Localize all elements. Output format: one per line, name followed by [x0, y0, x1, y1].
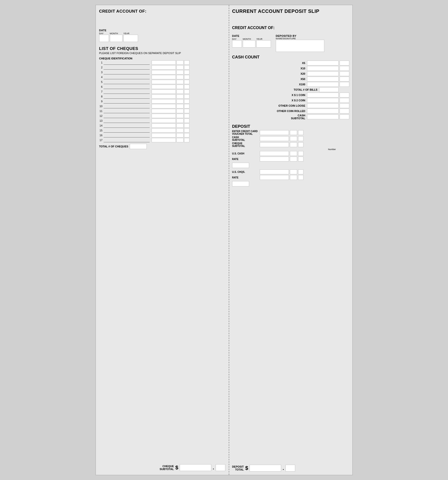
cash-x100-small[interactable] [340, 82, 349, 87]
total-cheques-input[interactable] [130, 144, 147, 149]
cheque-name-line[interactable] [104, 75, 150, 79]
right-day-input[interactable] [232, 40, 242, 48]
cheque-amount-large[interactable] [152, 60, 176, 65]
cash-x20-small[interactable] [340, 71, 349, 76]
cheque-name-line[interactable] [104, 80, 150, 84]
cheque-amount-tiny[interactable] [184, 80, 189, 84]
cheque-amount-small[interactable] [176, 99, 184, 104]
cheque-name-line[interactable] [104, 123, 150, 128]
deposited-by-input[interactable] [276, 40, 324, 52]
cheque-amount-tiny[interactable] [184, 104, 189, 108]
cheque-amount-large[interactable] [152, 89, 176, 94]
cheque-amount-small[interactable] [176, 123, 184, 128]
other-rolled-small[interactable] [340, 109, 349, 113]
deposit-cheque-sub-small[interactable] [290, 142, 297, 147]
cheque-amount-tiny[interactable] [184, 138, 189, 142]
cheque-amount-large[interactable] [152, 123, 176, 128]
cheque-name-line[interactable] [104, 138, 150, 142]
credit-voucher-tiny[interactable] [298, 130, 303, 135]
rate2-input[interactable] [260, 175, 289, 180]
cash-x100-input[interactable] [307, 82, 339, 87]
cheque-subtotal-cents[interactable] [216, 464, 225, 471]
cheque-amount-tiny[interactable] [184, 60, 189, 65]
cheque-amount-large[interactable] [152, 75, 176, 79]
other-rolled-input[interactable] [307, 109, 339, 113]
x1-coin-small[interactable] [340, 93, 349, 97]
us-chqs-small[interactable] [290, 169, 297, 174]
cheque-amount-large[interactable] [152, 109, 176, 113]
cheque-amount-tiny[interactable] [184, 94, 189, 99]
cheque-amount-large[interactable] [152, 80, 176, 84]
cheque-name-line[interactable] [104, 114, 150, 118]
cheque-amount-small[interactable] [176, 75, 184, 79]
cheque-amount-large[interactable] [152, 94, 176, 99]
cheque-name-line[interactable] [104, 119, 150, 123]
cheque-name-line[interactable] [104, 104, 150, 108]
cheque-amount-small[interactable] [176, 94, 184, 99]
cheque-amount-tiny[interactable] [184, 123, 189, 128]
cash-x50-input[interactable] [307, 77, 339, 81]
cheque-amount-large[interactable] [152, 119, 176, 123]
total-bills-input[interactable] [319, 87, 339, 92]
cheque-name-line[interactable] [104, 133, 150, 137]
cheque-amount-tiny[interactable] [184, 119, 189, 123]
cheque-amount-small[interactable] [176, 89, 184, 94]
cheque-amount-small[interactable] [176, 80, 184, 84]
cheque-amount-large[interactable] [152, 133, 176, 137]
cheque-amount-tiny[interactable] [184, 133, 189, 137]
cheque-name-line[interactable] [104, 128, 150, 133]
cheque-name-line[interactable] [104, 65, 150, 70]
right-year-input[interactable] [256, 40, 271, 48]
deposit-total-cents[interactable] [285, 465, 295, 472]
right-month-input[interactable] [243, 40, 255, 48]
rate-small[interactable] [290, 157, 297, 161]
left-month-input[interactable] [110, 35, 122, 42]
rate2-small[interactable] [290, 175, 297, 180]
cheque-amount-large[interactable] [152, 85, 176, 89]
cheque-amount-small[interactable] [176, 128, 184, 133]
left-day-input[interactable] [99, 35, 109, 42]
cheque-amount-small[interactable] [176, 138, 184, 142]
cheque-amount-large[interactable] [152, 138, 176, 142]
cheque-name-line[interactable] [104, 109, 150, 113]
cheque-amount-small[interactable] [176, 109, 184, 113]
cheque-amount-tiny[interactable] [184, 109, 189, 113]
cheque-amount-small[interactable] [176, 114, 184, 118]
deposit-total-amount[interactable] [250, 465, 281, 472]
cash-x20-input[interactable] [307, 71, 339, 76]
cheque-amount-large[interactable] [152, 114, 176, 118]
cheque-amount-large[interactable] [152, 104, 176, 108]
x2-coin-small[interactable] [340, 98, 349, 103]
cheque-subtotal-amount[interactable] [180, 464, 211, 471]
deposit-cash-sub-input[interactable] [260, 136, 289, 141]
cash-x5-input[interactable] [307, 61, 339, 65]
cheque-amount-tiny[interactable] [184, 128, 189, 133]
us-cash-small[interactable] [290, 151, 297, 156]
cash-subtotal-small[interactable] [340, 114, 349, 119]
other-loose-small[interactable] [340, 103, 349, 108]
deposit-cash-sub-small[interactable] [290, 136, 297, 141]
cheque-amount-small[interactable] [176, 104, 184, 108]
cheque-amount-tiny[interactable] [184, 89, 189, 94]
cheque-amount-tiny[interactable] [184, 70, 189, 74]
cheque-amount-small[interactable] [176, 65, 184, 70]
deposit-cheque-sub-input[interactable] [260, 142, 289, 147]
x1-coin-input[interactable] [307, 93, 339, 97]
rate-value-box[interactable] [232, 163, 249, 168]
cheque-name-line[interactable] [104, 70, 150, 74]
credit-voucher-input[interactable] [260, 130, 289, 135]
cheque-amount-tiny[interactable] [184, 114, 189, 118]
cheque-name-line[interactable] [104, 60, 150, 65]
rate-input[interactable] [260, 157, 289, 161]
cheque-amount-large[interactable] [152, 99, 176, 104]
cheque-name-line[interactable] [104, 89, 150, 94]
rate2-value-box[interactable] [232, 181, 249, 186]
cheque-amount-tiny[interactable] [184, 99, 189, 104]
left-year-input[interactable] [123, 35, 138, 42]
cheque-amount-small[interactable] [176, 60, 184, 65]
rate2-tiny[interactable] [298, 175, 303, 180]
cheque-name-line[interactable] [104, 94, 150, 99]
us-chqs-tiny[interactable] [298, 169, 303, 174]
cash-subtotal-input[interactable] [307, 114, 339, 119]
cheque-amount-small[interactable] [176, 119, 184, 123]
